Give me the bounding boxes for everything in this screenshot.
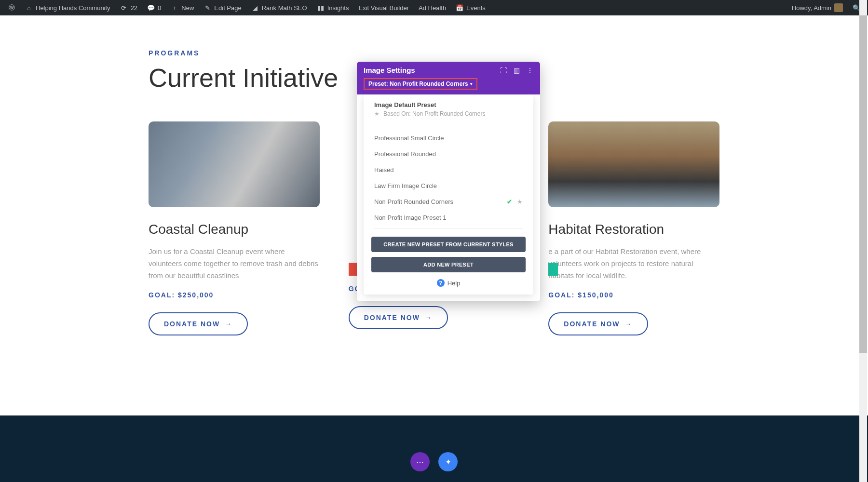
teal-accent xyxy=(548,263,558,276)
eyebrow: PROGRAMS xyxy=(145,49,723,57)
expand-icon[interactable]: ⛶ xyxy=(500,67,507,74)
preset-item-label: Raised xyxy=(374,166,393,174)
donate-label: DONATE NOW xyxy=(164,320,220,328)
site-name[interactable]: ⌂Helping Hands Community xyxy=(21,0,114,15)
scrollbar-thumb[interactable] xyxy=(859,15,867,353)
chart-icon: ◢ xyxy=(251,4,259,12)
scrollbar[interactable] xyxy=(859,0,867,482)
avatar xyxy=(834,3,843,12)
donate-button[interactable]: DONATE NOW→ xyxy=(548,312,648,335)
preset-item-label: Law Firm Image Circle xyxy=(374,182,437,189)
new-label: New xyxy=(181,4,194,12)
help-label: Help xyxy=(448,280,461,287)
star-icon: ★ xyxy=(374,110,380,117)
dots-icon: ⋯ xyxy=(416,457,424,467)
divider xyxy=(374,127,523,127)
donate-button[interactable]: DONATE NOW→ xyxy=(349,306,448,329)
card-desc: e a part of our Habitat Restoration even… xyxy=(548,246,719,281)
donate-label: DONATE NOW xyxy=(364,314,420,321)
events[interactable]: 📅Events xyxy=(452,0,489,15)
divi-ai-fab[interactable]: ✦ xyxy=(438,452,458,471)
preset-item-label: Non Profit Rounded Corners xyxy=(374,198,453,205)
chevron-down-icon: ▾ xyxy=(470,81,473,86)
card-image[interactable] xyxy=(149,121,320,207)
howdy-label: Howdy, Admin xyxy=(792,4,831,12)
preset-item[interactable]: Non Profit Image Preset 1 xyxy=(364,210,533,226)
preset-item-label: Professional Rounded xyxy=(374,150,436,158)
wordpress-icon: ⓦ xyxy=(8,4,15,12)
updates-count: 22 xyxy=(131,4,137,12)
image-settings-modal: Image Settings ⛶ ▥ ⋮ Preset: Non Profit … xyxy=(357,62,540,301)
admin-bar-left: ⓦ ⌂Helping Hands Community ⟳22 💬0 +New ✎… xyxy=(4,0,489,15)
card-title: Habitat Restoration xyxy=(548,222,719,237)
preset-label: Preset: Non Profit Rounded Corners xyxy=(368,80,468,87)
comments-count: 0 xyxy=(158,4,161,12)
calendar-icon: 📅 xyxy=(456,4,463,12)
sparkle-icon: ✦ xyxy=(445,457,451,467)
based-on-label: Based On: Non Profit Rounded Corners xyxy=(383,110,485,117)
new[interactable]: +New xyxy=(167,0,198,15)
preset-item-active[interactable]: Non Profit Rounded Corners ✔★ xyxy=(364,194,533,210)
edit-label: Edit Page xyxy=(214,4,241,12)
card-goal: GOAL: $250,000 xyxy=(149,291,320,299)
exit-vb[interactable]: Exit Visual Builder xyxy=(354,0,413,15)
adhealth-label: Ad Health xyxy=(419,4,446,12)
divi-menu-fab[interactable]: ⋯ xyxy=(410,452,430,471)
card-title: Coastal Cleanup xyxy=(149,222,320,237)
pencil-icon: ✎ xyxy=(203,4,211,12)
based-on-row: ★ Based On: Non Profit Rounded Corners xyxy=(364,110,533,124)
comment-icon: 💬 xyxy=(147,4,155,12)
footer-band xyxy=(0,415,868,482)
preset-selector[interactable]: Preset: Non Profit Rounded Corners ▾ xyxy=(364,78,477,90)
preset-item-label: Non Profit Image Preset 1 xyxy=(374,214,447,221)
donate-label: DONATE NOW xyxy=(564,320,620,328)
insights-label: Insights xyxy=(327,4,349,12)
howdy[interactable]: Howdy, Admin xyxy=(788,0,847,15)
create-preset-button[interactable]: CREATE NEW PRESET FROM CURRENT STYLES xyxy=(371,237,526,252)
arrow-icon: → xyxy=(225,320,232,328)
rank-label: Rank Math SEO xyxy=(262,4,307,12)
preset-dropdown: Image Default Preset ★ Based On: Non Pro… xyxy=(364,94,533,295)
comments[interactable]: 💬0 xyxy=(143,0,165,15)
refresh-icon: ⟳ xyxy=(120,4,128,12)
wp-logo[interactable]: ⓦ xyxy=(4,0,19,15)
wp-admin-bar: ⓦ ⌂Helping Hands Community ⟳22 💬0 +New ✎… xyxy=(0,0,868,15)
modal-title: Image Settings xyxy=(364,66,415,74)
edit-page[interactable]: ✎Edit Page xyxy=(200,0,245,15)
arrow-icon: → xyxy=(625,320,633,328)
help-icon: ? xyxy=(437,279,445,287)
preset-item[interactable]: Professional Small Circle xyxy=(364,130,533,146)
preset-item-label: Professional Small Circle xyxy=(374,134,444,142)
admin-bar-right: Howdy, Admin 🔍 xyxy=(788,0,864,15)
exit-label: Exit Visual Builder xyxy=(358,4,409,12)
preset-item[interactable]: Law Firm Image Circle xyxy=(364,178,533,194)
columns-icon[interactable]: ▥ xyxy=(514,67,520,74)
modal-header[interactable]: Image Settings ⛶ ▥ ⋮ Preset: Non Profit … xyxy=(357,62,540,94)
preset-item[interactable]: Raised xyxy=(364,162,533,178)
ad-health[interactable]: Ad Health xyxy=(415,0,450,15)
bar-icon: ▮▮ xyxy=(317,4,325,12)
kebab-icon[interactable]: ⋮ xyxy=(527,67,533,74)
card-coastal: Coastal Cleanup Join us for a Coastal Cl… xyxy=(149,121,320,335)
donate-button[interactable]: DONATE NOW→ xyxy=(149,312,248,335)
help-link[interactable]: ? Help xyxy=(364,272,533,290)
insights[interactable]: ▮▮Insights xyxy=(313,0,353,15)
star-icon[interactable]: ★ xyxy=(517,198,523,205)
preset-item[interactable]: Professional Rounded xyxy=(364,146,533,162)
card-image[interactable] xyxy=(548,121,719,207)
site-name-label: Helping Hands Community xyxy=(36,4,110,12)
divider xyxy=(374,228,523,229)
check-icon: ✔ xyxy=(507,198,512,205)
arrow-icon: → xyxy=(425,314,433,321)
add-preset-button[interactable]: ADD NEW PRESET xyxy=(371,257,526,272)
events-label: Events xyxy=(466,4,486,12)
card-habitat: Habitat Restoration e a part of our Habi… xyxy=(548,121,719,335)
fab-row: ⋯ ✦ xyxy=(410,452,458,471)
default-preset-title[interactable]: Image Default Preset xyxy=(364,101,533,110)
updates[interactable]: ⟳22 xyxy=(116,0,141,15)
card-goal: GOAL: $150,000 xyxy=(548,291,719,299)
home-icon: ⌂ xyxy=(25,4,33,12)
plus-icon: + xyxy=(171,4,178,12)
rank-math[interactable]: ◢Rank Math SEO xyxy=(247,0,311,15)
card-desc: Join us for a Coastal Cleanup event wher… xyxy=(149,246,320,281)
